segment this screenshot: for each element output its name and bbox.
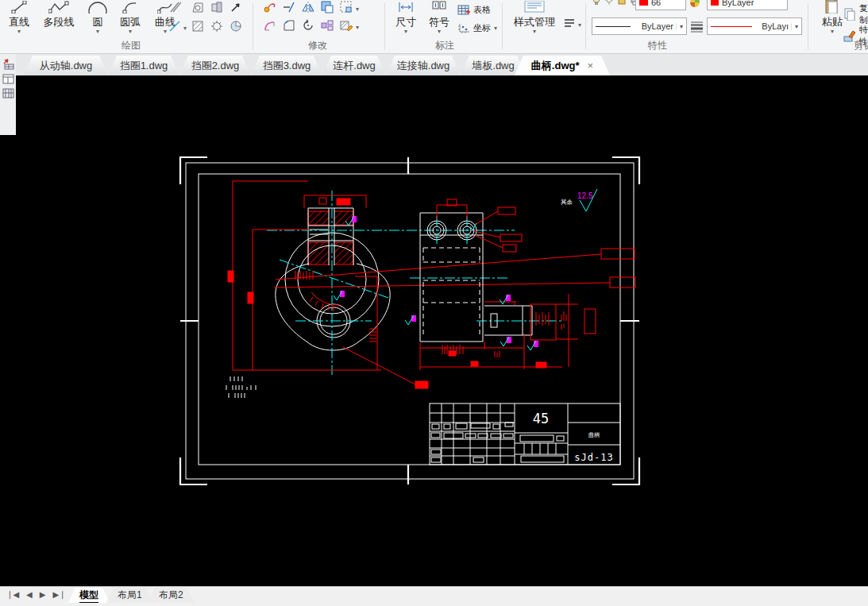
color-ball-icon[interactable]	[689, 0, 700, 8]
cylinder-icon[interactable]	[210, 0, 224, 14]
lineweight-select[interactable]: ByLayı ▾	[707, 17, 802, 35]
chevron-down-icon[interactable]: ▾	[356, 24, 359, 31]
chevron-down-icon[interactable]: ▾	[533, 29, 536, 35]
style-manager-button[interactable]: 样式管理 ▾	[508, 0, 561, 35]
chevron-down-icon[interactable]: ▾	[676, 23, 686, 30]
hidden-lines	[423, 248, 480, 338]
chevron-down-icon[interactable]: ▾	[791, 23, 801, 30]
construction-line-icon[interactable]	[168, 19, 182, 33]
roughness-value-text: 12.5	[577, 191, 593, 200]
chevron-down-icon[interactable]: ▾	[831, 29, 834, 35]
close-icon[interactable]: ×	[588, 60, 594, 71]
insert-frame-icon[interactable]	[2, 59, 14, 70]
chevron-down-icon[interactable]: ▾	[129, 29, 132, 35]
move-icon[interactable]	[263, 0, 277, 14]
lineweight-icon[interactable]	[689, 19, 704, 33]
symbol-button[interactable]: 符号 ▾	[424, 0, 454, 35]
text-lines-icon[interactable]	[562, 16, 577, 30]
doc-tab[interactable]: 挡圈1.dwg	[108, 56, 179, 75]
chevron-down-icon[interactable]: ▾	[17, 29, 21, 35]
chevron-down-icon[interactable]: ▾	[404, 29, 407, 35]
layer-tools	[592, 0, 641, 6]
cad-drawing: 45 曲柄 sJd-13 其余 12.5	[0, 75, 868, 586]
first-sheet-icon[interactable]: ❘◀	[6, 590, 19, 599]
doc-tab-active[interactable]: 曲柄.dwg* ×	[515, 56, 610, 75]
doc-tab[interactable]: 挡圈3.dwg	[251, 56, 322, 75]
chevron-down-icon[interactable]: ▾	[578, 21, 581, 29]
dimension-icon	[398, 0, 414, 14]
side-view	[405, 199, 596, 370]
roughness-note: 其余 12.5	[561, 189, 597, 211]
linetype-select[interactable]: ByLayer ▾	[592, 17, 687, 35]
next-sheet-icon[interactable]: ▶	[40, 590, 46, 599]
fillet-icon[interactable]	[263, 18, 277, 33]
pick-arrow-icon[interactable]	[229, 0, 243, 14]
explode-icon[interactable]	[320, 18, 334, 33]
offset-icon[interactable]	[320, 0, 334, 14]
group-divider	[585, 3, 586, 49]
chevron-down-icon[interactable]: ▾	[183, 25, 187, 32]
trim-icon[interactable]	[282, 0, 296, 14]
annotate-group-label: 标注	[409, 39, 480, 52]
line-button[interactable]: 直线 ▾	[3, 0, 35, 35]
area-query-icon[interactable]	[229, 19, 243, 33]
coordinate-button[interactable]: 坐标 ▾	[457, 22, 497, 34]
group-divider	[253, 3, 253, 49]
dimension-button[interactable]: 尺寸 ▾	[391, 0, 421, 35]
layout1-tab[interactable]: 布局1	[106, 588, 153, 603]
array-icon[interactable]	[339, 0, 353, 14]
part-name-text: 曲柄	[588, 432, 600, 438]
table-grid-icon[interactable]	[2, 88, 14, 98]
last-sheet-icon[interactable]: ▶❘	[52, 590, 65, 599]
group-divider	[384, 3, 385, 49]
copy-button[interactable]: 复制	[843, 2, 868, 26]
group-divider	[808, 3, 808, 49]
model-tab[interactable]: 模型	[68, 588, 110, 603]
doc-tab[interactable]: 连接轴.dwg	[386, 56, 461, 75]
rotate-icon[interactable]	[301, 18, 315, 33]
chevron-down-icon[interactable]: ▾	[356, 6, 359, 13]
left-mini-toolbar	[0, 54, 16, 135]
chevron-down-icon[interactable]: ▾	[164, 29, 167, 35]
chevron-down-icon[interactable]: ▾	[494, 25, 497, 32]
chevron-down-icon[interactable]: ▾	[438, 29, 441, 35]
layer-lock-icon[interactable]	[617, 0, 627, 6]
sheet-nav: ❘◀ ◀ ▶ ▶❘	[6, 590, 66, 599]
layer-on-icon[interactable]	[592, 0, 601, 6]
doc-tab[interactable]: 连杆.dwg	[322, 56, 386, 75]
polyline-button[interactable]: 多段线	[35, 0, 83, 28]
status-bar: ❘◀ ◀ ▶ ▶❘ 模型 布局1 布局2	[0, 586, 868, 606]
linetype-sample	[596, 26, 631, 27]
gear-icon[interactable]	[210, 19, 224, 33]
layer-freeze-icon[interactable]	[604, 0, 614, 6]
chamfer-icon[interactable]	[282, 18, 296, 33]
front-view	[228, 181, 635, 388]
color-swatch	[711, 0, 719, 6]
drawing-number-text: sJd-13	[574, 452, 613, 463]
doc-tab[interactable]: 挡圈2.dwg	[179, 56, 251, 75]
tech-requirements-text	[226, 376, 256, 398]
properties-group-label: 特性	[622, 39, 693, 52]
line-icon	[11, 0, 27, 14]
drawing-canvas[interactable]: 45 曲柄 sJd-13 其余 12.5	[0, 75, 868, 586]
drawing-frame	[180, 156, 639, 485]
region-icon[interactable]	[191, 0, 205, 14]
hatch-edit-icon[interactable]	[339, 18, 353, 33]
roughness-marks	[405, 223, 538, 350]
parallel-line-icon[interactable]	[168, 0, 182, 14]
arc-button[interactable]: 圆弧 ▾	[113, 0, 148, 35]
hatch-icon[interactable]	[191, 19, 205, 33]
window-icon[interactable]	[2, 74, 14, 84]
circle-button[interactable]: 圆 ▾	[84, 0, 111, 35]
symbol-icon	[432, 0, 446, 14]
layout2-tab[interactable]: 布局2	[148, 588, 195, 603]
layer-select[interactable]: 66	[635, 0, 686, 10]
mirror-icon[interactable]	[301, 0, 315, 14]
table-button[interactable]: 表格	[457, 4, 491, 16]
doc-tab[interactable]: 从动轴.dwg	[24, 56, 108, 75]
prev-sheet-icon[interactable]: ◀	[26, 590, 33, 599]
modify-group-label: 修改	[282, 39, 353, 52]
color-select[interactable]: ByLayer	[707, 0, 788, 10]
chevron-down-icon[interactable]: ▾	[96, 29, 99, 35]
coordinate-icon	[457, 23, 470, 34]
